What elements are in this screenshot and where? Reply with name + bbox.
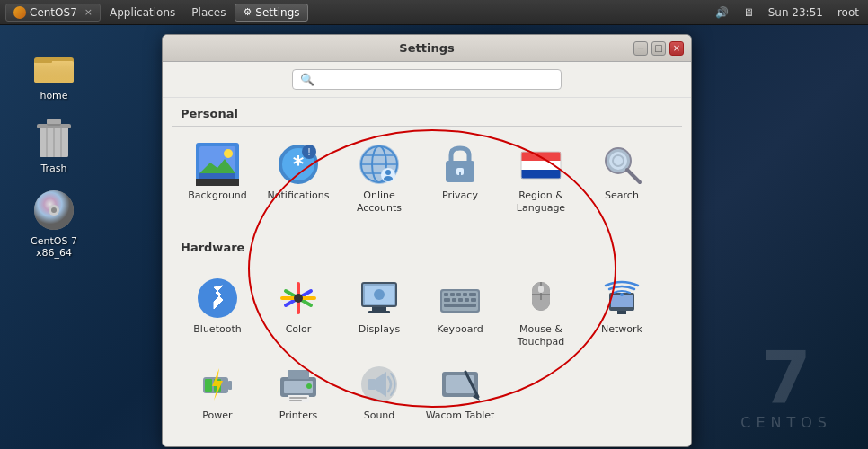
settings-item-background[interactable]: Background bbox=[177, 136, 258, 223]
svg-point-94 bbox=[306, 383, 312, 389]
svg-rect-99 bbox=[446, 375, 474, 393]
settings-item-power[interactable]: Power bbox=[177, 356, 258, 429]
search-icon: 🔍 bbox=[300, 73, 314, 86]
centos-brand-text: CENTOS bbox=[740, 414, 832, 431]
settings-item-sound[interactable]: Sound bbox=[339, 356, 420, 429]
settings-item-color[interactable]: Color bbox=[258, 269, 339, 357]
home-icon-label: home bbox=[40, 90, 67, 101]
window-controls: − □ × bbox=[633, 41, 684, 56]
taskbar-right: 🔊 🖥 Sun 23:51 root bbox=[712, 6, 863, 19]
svg-rect-42 bbox=[521, 161, 561, 170]
svg-rect-21 bbox=[196, 179, 239, 186]
search-settings-icon bbox=[600, 143, 643, 186]
desktop-icons: home Trash bbox=[18, 43, 90, 259]
places-menu[interactable]: Places bbox=[184, 4, 233, 21]
settings-item-printers[interactable]: Printers bbox=[258, 356, 339, 429]
svg-point-36 bbox=[384, 176, 393, 181]
user-label: root bbox=[834, 6, 863, 19]
window-content[interactable]: Personal Background bbox=[163, 98, 691, 446]
settings-item-wacom[interactable]: Wacom Tablet bbox=[420, 356, 500, 429]
svg-line-47 bbox=[627, 170, 640, 182]
svg-point-19 bbox=[224, 149, 233, 158]
notifications-label: Notifications bbox=[268, 189, 330, 202]
maximize-button[interactable]: □ bbox=[651, 41, 666, 56]
applications-menu[interactable]: Applications bbox=[102, 4, 182, 21]
printers-icon bbox=[277, 363, 320, 406]
svg-rect-79 bbox=[538, 286, 544, 293]
volume-icon[interactable]: 🔊 bbox=[712, 6, 732, 19]
svg-rect-81 bbox=[611, 295, 633, 307]
dvd-image bbox=[32, 189, 75, 232]
online-accounts-icon bbox=[358, 143, 401, 186]
settings-item-mouse[interactable]: Mouse &Touchpad bbox=[500, 269, 581, 357]
region-language-icon bbox=[519, 143, 562, 186]
svg-rect-11 bbox=[47, 119, 61, 124]
region-language-label: Region &Language bbox=[517, 189, 565, 216]
centos-icon bbox=[13, 6, 26, 19]
svg-rect-85 bbox=[228, 381, 232, 390]
settings-window: Settings − □ × 🔍 Personal bbox=[162, 34, 692, 447]
settings-item-online-accounts[interactable]: Online Accounts bbox=[339, 136, 420, 223]
svg-text:!: ! bbox=[307, 147, 311, 157]
svg-rect-92 bbox=[289, 397, 307, 399]
svg-rect-82 bbox=[617, 311, 626, 314]
svg-rect-90 bbox=[288, 370, 309, 379]
close-button[interactable]: × bbox=[669, 41, 684, 56]
close-tab-icon[interactable]: × bbox=[84, 6, 93, 18]
privacy-icon bbox=[438, 143, 482, 186]
settings-menu-active[interactable]: ⚙ Settings bbox=[235, 4, 307, 22]
search-settings-label: Search bbox=[605, 189, 639, 202]
svg-rect-58 bbox=[372, 307, 386, 311]
bluetooth-icon bbox=[196, 277, 239, 320]
network-status-icon[interactable]: 🖥 bbox=[740, 6, 757, 19]
settings-item-region[interactable]: Region &Language bbox=[500, 136, 581, 223]
personal-icons-grid: Background * ! Notifications bbox=[163, 127, 691, 232]
hardware-icons-grid: Bluetooth bbox=[163, 260, 691, 439]
dvd-drive-icon[interactable]: CentOS 7 x86_64 bbox=[18, 189, 90, 259]
settings-item-search[interactable]: Search bbox=[581, 136, 662, 223]
network-icon bbox=[600, 277, 643, 320]
power-icon bbox=[196, 363, 239, 406]
centos-7-number: 7 bbox=[740, 342, 832, 414]
svg-rect-86 bbox=[205, 379, 212, 392]
svg-rect-59 bbox=[368, 311, 390, 313]
search-input[interactable] bbox=[318, 73, 554, 86]
settings-item-network[interactable]: Network bbox=[581, 269, 662, 357]
svg-point-15 bbox=[51, 207, 57, 213]
dvd-icon-label: CentOS 7 x86_64 bbox=[18, 235, 90, 259]
system-section-header: System bbox=[163, 438, 691, 446]
trash-folder-icon[interactable]: Trash bbox=[18, 116, 90, 174]
background-label: Background bbox=[188, 189, 247, 202]
minimize-button[interactable]: − bbox=[633, 41, 648, 56]
color-icon bbox=[277, 277, 320, 320]
svg-point-83 bbox=[620, 293, 624, 296]
datetime-label: Sun 23:51 bbox=[765, 6, 827, 19]
online-accounts-label: Online Accounts bbox=[342, 189, 416, 216]
settings-item-notifications[interactable]: * ! Notifications bbox=[258, 136, 339, 223]
centos-watermark: 7 CENTOS bbox=[740, 342, 832, 431]
search-input-wrapper: 🔍 bbox=[292, 69, 562, 90]
printers-label: Printers bbox=[279, 409, 317, 422]
settings-item-displays[interactable]: Displays bbox=[339, 269, 420, 357]
svg-rect-74 bbox=[444, 304, 476, 307]
svg-point-35 bbox=[385, 170, 391, 175]
hardware-section-header: Hardware bbox=[163, 232, 691, 260]
svg-rect-67 bbox=[463, 293, 467, 296]
settings-item-keyboard[interactable]: Keyboard bbox=[420, 269, 500, 357]
power-label: Power bbox=[202, 409, 232, 422]
personal-section-header: Personal bbox=[163, 98, 691, 126]
bluetooth-label: Bluetooth bbox=[193, 323, 241, 336]
home-folder-icon[interactable]: home bbox=[18, 43, 90, 101]
settings-item-privacy[interactable]: Privacy bbox=[420, 136, 500, 223]
settings-item-bluetooth[interactable]: Bluetooth bbox=[177, 269, 258, 357]
keyboard-icon bbox=[438, 277, 482, 320]
displays-icon bbox=[358, 277, 401, 320]
background-icon bbox=[196, 143, 239, 186]
notifications-icon: * ! bbox=[277, 143, 320, 186]
svg-rect-3 bbox=[34, 59, 52, 63]
svg-rect-64 bbox=[444, 293, 448, 296]
svg-rect-72 bbox=[465, 298, 469, 302]
taskbar-app-button[interactable]: CentOS7 × bbox=[5, 4, 101, 22]
svg-rect-65 bbox=[450, 293, 455, 296]
svg-rect-2 bbox=[34, 61, 74, 83]
